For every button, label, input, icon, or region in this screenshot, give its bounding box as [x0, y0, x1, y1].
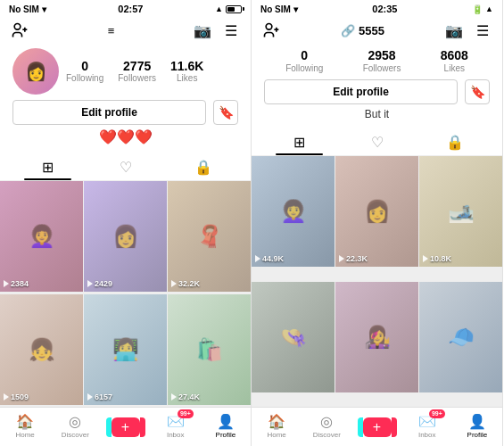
tab-videos-left[interactable]: ⊞ — [9, 154, 87, 180]
following-value-left: 0 — [81, 59, 88, 74]
discover-icon-right: ◎ — [320, 415, 333, 429]
link-icon-right: 🔗 — [341, 24, 355, 37]
tab-liked-right[interactable]: ♡ — [338, 129, 416, 155]
nav-profile-right[interactable]: 👤 Profile — [452, 408, 502, 446]
edit-profile-button-right[interactable]: Edit profile — [264, 79, 458, 104]
nav-plus-right[interactable]: + — [351, 408, 401, 446]
nav-right-left: 📷 ☰ — [192, 20, 242, 41]
likes-label-left: Likes — [177, 73, 197, 84]
nav-plus-left[interactable]: + — [100, 408, 150, 446]
profile-actions-right: Edit profile 🔖 — [264, 79, 490, 104]
profile-section-left: 👩 0 Following 2775 Followers 11.6K Likes… — [0, 45, 251, 154]
followers-label-right: Followers — [363, 63, 401, 74]
stat-followers-right: 2958 Followers — [363, 48, 401, 74]
stat-following-left: 0 Following — [66, 59, 103, 85]
video-count-r3: 10.8K — [423, 254, 451, 263]
right-phone-panel: No SIM ▾ 02:35 🔋 ▲ 🔗 5555 📷 ☰ 0 — [252, 0, 503, 446]
tab-private-right[interactable]: 🔒 — [416, 129, 493, 155]
video-thumb-r6[interactable]: 🧢 — [419, 282, 502, 392]
likes-value-right: 8608 — [441, 48, 468, 63]
plus-button-left[interactable]: + — [112, 417, 140, 437]
nav-discover-right[interactable]: ◎ Discover — [302, 408, 351, 446]
nav-center-left: ≡ — [108, 24, 115, 37]
profile-icon-right: 👤 — [468, 415, 486, 429]
video-thumb-2[interactable]: 👩 2429 — [84, 181, 167, 292]
video-count-3: 32.2K — [171, 279, 200, 288]
content-tabs-left: ⊞ ♡ 🔒 — [0, 154, 251, 181]
menu-icon-right[interactable]: ☰ — [472, 20, 493, 41]
stat-likes-right: 8608 Likes — [441, 48, 468, 74]
tab-private-left[interactable]: 🔒 — [164, 154, 242, 180]
video-thumb-1[interactable]: 👩‍🦱 2384 — [0, 181, 83, 292]
video-thumb-r4[interactable]: 👒 — [252, 282, 335, 392]
top-nav-left: ≡ 📷 ☰ — [0, 16, 251, 45]
avatar-left: 👩 — [12, 48, 59, 95]
likes-label-right: Likes — [444, 63, 465, 74]
nav-discover-left[interactable]: ◎ Discover — [50, 408, 100, 446]
video-count-4: 1509 — [4, 392, 29, 401]
followers-value-left: 2775 — [123, 59, 151, 74]
video-count-2: 2429 — [87, 279, 112, 288]
sim-label-right: No SIM ▾ — [260, 4, 298, 14]
video-thumb-3[interactable]: 🧣 32.2K — [168, 181, 251, 292]
inbox-badge-right: 99+ — [429, 409, 445, 418]
bookmark-button-left[interactable]: 🔖 — [213, 100, 238, 125]
inbox-label-left: Inbox — [167, 431, 185, 439]
tab-videos-right[interactable]: ⊞ — [260, 129, 338, 155]
nav-inbox-right[interactable]: ✉️ 99+ Inbox — [402, 408, 452, 446]
bottom-nav-left: 🏠 Home ◎ Discover + ✉️ 99+ Inbox 👤 Profi… — [0, 407, 251, 446]
profile-label-right: Profile — [467, 431, 488, 439]
wifi-icon: ▲ — [215, 4, 223, 13]
nav-center-right: 🔗 5555 — [341, 24, 384, 37]
add-user-icon[interactable] — [9, 20, 30, 41]
following-value-right: 0 — [301, 48, 308, 63]
video-thumb-5[interactable]: 👩‍💻 6157 — [84, 294, 167, 405]
left-phone-panel: No SIM ▾ 02:57 ▲ ≡ 📷 ☰ 👩 — [0, 0, 252, 446]
profile-icon-left: 👤 — [217, 415, 235, 429]
likes-value-left: 11.6K — [170, 59, 203, 74]
video-count-r2: 22.3K — [339, 254, 368, 263]
profile-label-left: Profile — [216, 431, 236, 439]
content-tabs-right: ⊞ ♡ 🔒 — [252, 129, 502, 156]
status-left-right: No SIM ▾ — [260, 4, 298, 14]
stats-row-right: 0 Following 2958 Followers 8608 Likes — [264, 48, 490, 74]
menu-icon[interactable]: ☰ — [220, 20, 242, 41]
camera-icon[interactable]: 📷 — [192, 20, 213, 41]
battery-charging-icon: 🔋 — [472, 4, 483, 14]
sim-label: No SIM ▾ — [9, 4, 46, 14]
profile-actions-left: Edit profile 🔖 — [12, 100, 238, 125]
video-count-1: 2384 — [4, 279, 29, 288]
nav-right-right: 📷 ☰ — [443, 20, 493, 41]
bookmark-button-right[interactable]: 🔖 — [465, 79, 490, 104]
discover-icon-left: ◎ — [69, 415, 81, 429]
video-thumb-r5[interactable]: 👩‍🎤 — [335, 282, 418, 392]
time-left: 02:57 — [118, 4, 143, 14]
nav-profile-left[interactable]: 👤 Profile — [201, 408, 251, 446]
followers-label-left: Followers — [118, 73, 156, 84]
video-thumb-6[interactable]: 🛍️ 27.4K — [168, 294, 251, 405]
edit-profile-button-left[interactable]: Edit profile — [12, 100, 206, 125]
battery-icon-left — [226, 5, 242, 13]
nav-home-right[interactable]: 🏠 Home — [252, 408, 302, 446]
stat-following-right: 0 Following — [285, 48, 323, 74]
stat-likes-left: 11.6K Likes — [170, 59, 203, 85]
plus-button-right[interactable]: + — [363, 417, 392, 437]
inbox-badge-left: 99+ — [178, 409, 194, 418]
video-count-5: 6157 — [87, 392, 112, 401]
video-thumb-r1[interactable]: 👩‍🦱 44.9K — [252, 156, 335, 267]
home-label-left: Home — [15, 431, 34, 439]
add-user-icon-right[interactable] — [260, 20, 282, 41]
svg-point-0 — [14, 24, 21, 30]
nav-home-left[interactable]: 🏠 Home — [0, 408, 50, 446]
status-right-right: 🔋 ▲ — [472, 4, 493, 14]
svg-point-3 — [266, 24, 272, 30]
following-label-right: Following — [285, 63, 323, 74]
stat-followers-left: 2775 Followers — [118, 59, 156, 85]
video-thumb-r3[interactable]: 🎿 10.8K — [419, 156, 502, 267]
nav-inbox-left[interactable]: ✉️ 99+ Inbox — [151, 408, 201, 446]
tab-liked-left[interactable]: ♡ — [87, 154, 164, 180]
followers-display-right: 5555 — [359, 24, 384, 37]
video-thumb-4[interactable]: 👧 1509 — [0, 294, 83, 405]
camera-icon-right[interactable]: 📷 — [443, 20, 465, 41]
video-thumb-r2[interactable]: 👩 22.3K — [335, 156, 418, 267]
